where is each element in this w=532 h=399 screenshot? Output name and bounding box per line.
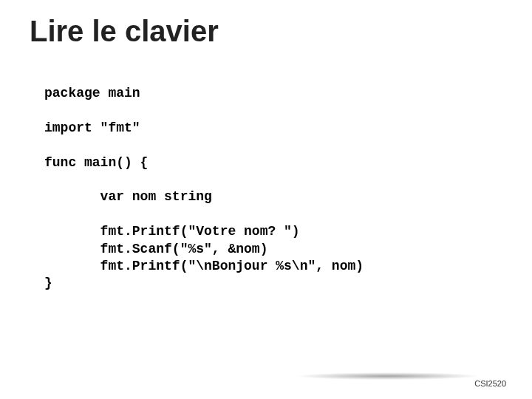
- decorative-shadow: [294, 372, 482, 380]
- course-code: CSI2520: [474, 379, 506, 388]
- slide-title: Lire le clavier: [30, 15, 502, 48]
- slide-container: Lire le clavier package main import "fmt…: [0, 0, 532, 399]
- code-sample: package main import "fmt" func main() { …: [44, 85, 502, 293]
